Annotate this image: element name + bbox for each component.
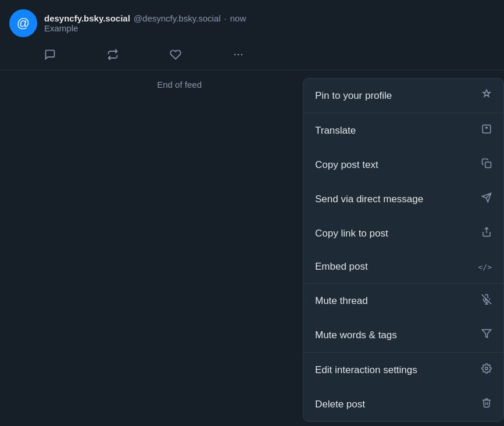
svg-point-0	[234, 54, 236, 56]
svg-point-12	[485, 367, 488, 370]
author-handle: @desyncfy.bsky.social	[134, 13, 221, 23]
menu-item-delete-label: Delete post	[315, 399, 474, 410]
menu-item-pin[interactable]: Pin to your profile	[303, 78, 503, 113]
author-name: desyncfy.bsky.social	[44, 13, 130, 23]
menu-item-mute-words[interactable]: Mute words & tags	[303, 318, 503, 352]
menu-item-embed[interactable]: Embed post </>	[303, 250, 503, 283]
translate-icon	[481, 124, 492, 137]
filter-icon	[481, 328, 492, 342]
settings-icon	[481, 363, 492, 377]
comment-button[interactable]	[42, 46, 58, 63]
post-time: ·	[224, 13, 227, 23]
post-text: Example	[44, 23, 246, 33]
menu-item-copy-text[interactable]: Copy post text	[303, 148, 503, 182]
menu-item-copy-link-label: Copy link to post	[315, 228, 474, 239]
svg-point-1	[238, 54, 240, 56]
menu-item-delete[interactable]: Delete post	[303, 387, 503, 421]
more-button[interactable]	[230, 46, 246, 63]
post-timestamp: now	[230, 13, 246, 23]
menu-item-mute-thread[interactable]: Mute thread	[303, 284, 503, 318]
menu-item-translate-label: Translate	[315, 125, 474, 137]
mute-thread-icon	[481, 294, 492, 307]
svg-point-2	[241, 54, 243, 56]
pin-icon	[481, 89, 492, 102]
avatar: @	[9, 9, 37, 37]
menu-item-mute-thread-label: Mute thread	[315, 295, 474, 307]
repost-button[interactable]	[105, 46, 121, 63]
dm-icon	[481, 192, 492, 206]
post-meta: desyncfy.bsky.social @desyncfy.bsky.soci…	[44, 13, 246, 33]
menu-item-pin-label: Pin to your profile	[315, 90, 474, 102]
author-line: desyncfy.bsky.social @desyncfy.bsky.soci…	[44, 13, 246, 23]
copy-icon	[481, 158, 492, 171]
menu-item-copy-link[interactable]: Copy link to post	[303, 216, 503, 250]
menu-item-mute-words-label: Mute words & tags	[315, 330, 474, 341]
menu-item-dm[interactable]: Send via direct message	[303, 182, 503, 216]
menu-item-embed-label: Embed post	[315, 261, 471, 273]
svg-rect-4	[485, 162, 491, 168]
menu-item-dm-label: Send via direct message	[315, 194, 474, 205]
svg-marker-11	[482, 330, 491, 338]
menu-item-translate[interactable]: Translate	[303, 113, 503, 148]
like-button[interactable]	[167, 46, 184, 63]
menu-item-edit-interaction-label: Edit interaction settings	[315, 364, 474, 376]
menu-item-edit-interaction[interactable]: Edit interaction settings	[303, 353, 503, 387]
avatar-at-icon: @	[17, 16, 30, 31]
post-actions	[0, 42, 504, 70]
copy-link-icon	[481, 227, 492, 240]
embed-icon: </>	[478, 263, 492, 271]
post-header: @ desyncfy.bsky.social @desyncfy.bsky.so…	[0, 0, 504, 42]
menu-item-copy-text-label: Copy post text	[315, 159, 474, 171]
delete-icon	[481, 398, 492, 411]
context-menu: Pin to your profile Translate Copy post …	[303, 78, 504, 422]
